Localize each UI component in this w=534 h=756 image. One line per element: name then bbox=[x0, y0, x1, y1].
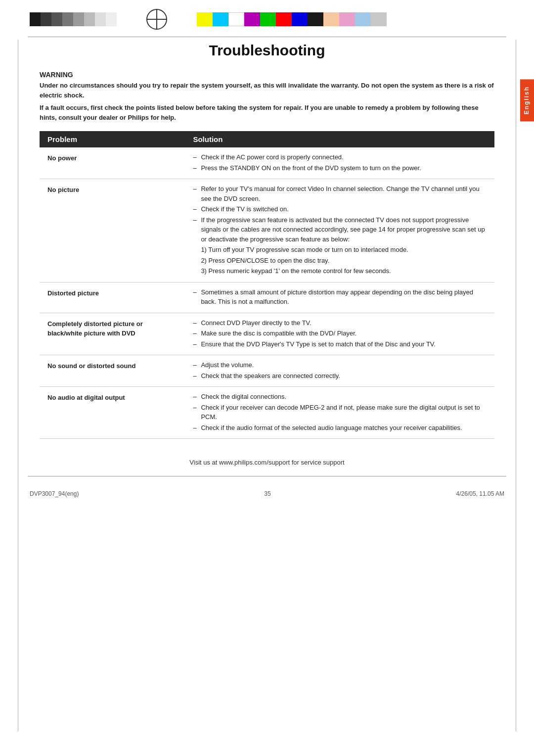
color-green bbox=[260, 12, 276, 26]
color-yellow bbox=[197, 12, 213, 26]
color-blue bbox=[292, 12, 308, 26]
solution-item: Check if the audio format of the selecte… bbox=[193, 423, 487, 433]
left-border-line bbox=[18, 40, 19, 731]
crosshair-target bbox=[146, 9, 167, 30]
color-black bbox=[308, 12, 323, 26]
col-header-problem: Problem bbox=[40, 131, 185, 147]
bw-seg-8 bbox=[106, 12, 117, 26]
solution-cell-3: Connect DVD Player directly to the TV.Ma… bbox=[185, 313, 494, 355]
bw-seg-2 bbox=[41, 12, 51, 26]
solution-item: Press the STANDBY ON on the front of the… bbox=[193, 163, 487, 173]
table-header-row: Problem Solution bbox=[40, 131, 494, 147]
solution-sub-item: 1) Turn off your TV progressive scan mod… bbox=[193, 245, 487, 255]
troubleshoot-table: Problem Solution No powerCheck if the AC… bbox=[40, 131, 494, 439]
solution-item: Connect DVD Player directly to the TV. bbox=[193, 318, 487, 328]
color-cyan bbox=[213, 12, 228, 26]
bottom-separator-line bbox=[28, 476, 506, 476]
crosshair-circle bbox=[146, 9, 167, 30]
solution-item: Check if the AC power cord is properly c… bbox=[193, 152, 487, 162]
color-white bbox=[228, 12, 244, 26]
problem-cell-3: Completely distorted picture or black/wh… bbox=[40, 313, 185, 355]
warning-line2: If a fault occurs, first check the point… bbox=[40, 103, 494, 122]
color-magenta bbox=[244, 12, 260, 26]
solution-cell-2: Sometimes a small amount of picture dist… bbox=[185, 282, 494, 313]
footer-left: DVP3007_94(eng) bbox=[30, 490, 79, 497]
color-strip-right bbox=[197, 12, 387, 26]
footer-visit-text: Visit us at www.philips.com/support for … bbox=[40, 459, 494, 466]
table-row: Distorted pictureSometimes a small amoun… bbox=[40, 282, 494, 313]
solution-item: Adjust the volume. bbox=[193, 360, 487, 370]
problem-cell-0: No power bbox=[40, 147, 185, 179]
bw-seg-4 bbox=[62, 12, 73, 26]
table-row: Completely distorted picture or black/wh… bbox=[40, 313, 494, 355]
footer-page-number: 35 bbox=[264, 490, 270, 497]
solution-sub-item: 3) Press numeric keypad '1' on the remot… bbox=[193, 266, 487, 276]
solution-item: If the progressive scan feature is activ… bbox=[193, 215, 487, 244]
solution-item: Check that the speakers are connected co… bbox=[193, 371, 487, 381]
table-row: No sound or distorted soundAdjust the vo… bbox=[40, 355, 494, 387]
table-row: No powerCheck if the AC power cord is pr… bbox=[40, 147, 494, 179]
main-content: Troubleshooting WARNING Under no circums… bbox=[0, 37, 534, 476]
language-tab: English bbox=[520, 79, 534, 121]
bw-seg-6 bbox=[84, 12, 95, 26]
color-lightblue bbox=[355, 12, 371, 26]
warning-line1: Under no circumstances should you try to… bbox=[40, 81, 494, 100]
solution-cell-0: Check if the AC power cord is properly c… bbox=[185, 147, 494, 179]
color-gray bbox=[371, 12, 387, 26]
color-skin bbox=[323, 12, 339, 26]
solution-cell-4: Adjust the volume.Check that the speaker… bbox=[185, 355, 494, 387]
warning-section: WARNING Under no circumstances should yo… bbox=[40, 71, 494, 122]
solution-item: Check if your receiver can decode MPEG-2… bbox=[193, 403, 487, 422]
solution-item: Ensure that the DVD Player's TV Type is … bbox=[193, 339, 487, 349]
solution-cell-5: Check the digital connections.Check if y… bbox=[185, 387, 494, 439]
solution-item: Refer to your TV's manual for correct Vi… bbox=[193, 184, 487, 203]
problem-cell-5: No audio at digital output bbox=[40, 387, 185, 439]
solution-item: Sometimes a small amount of picture dist… bbox=[193, 287, 487, 307]
col-header-solution: Solution bbox=[185, 131, 494, 147]
color-red bbox=[276, 12, 292, 26]
color-pink bbox=[339, 12, 355, 26]
solution-item: Make sure the disc is compatible with th… bbox=[193, 329, 487, 338]
problem-cell-1: No picture bbox=[40, 179, 185, 283]
warning-title: WARNING bbox=[40, 71, 494, 79]
page-footer: DVP3007_94(eng) 35 4/26/05, 11.05 AM bbox=[0, 486, 534, 501]
solution-sub-item: 2) Press OPEN/CLOSE to open the disc tra… bbox=[193, 256, 487, 266]
bw-seg-5 bbox=[73, 12, 84, 26]
solution-cell-1: Refer to your TV's manual for correct Vi… bbox=[185, 179, 494, 283]
bw-seg-7 bbox=[95, 12, 106, 26]
right-border-line bbox=[515, 40, 516, 731]
bw-seg-3 bbox=[51, 12, 62, 26]
bw-color-strip bbox=[30, 12, 117, 26]
solution-item: Check the digital connections. bbox=[193, 392, 487, 402]
footer-date: 4/26/05, 11.05 AM bbox=[456, 490, 504, 497]
problem-cell-2: Distorted picture bbox=[40, 282, 185, 313]
problem-cell-4: No sound or distorted sound bbox=[40, 355, 185, 387]
table-row: No pictureRefer to your TV's manual for … bbox=[40, 179, 494, 283]
page-title: Troubleshooting bbox=[40, 42, 494, 59]
bw-seg-1 bbox=[30, 12, 41, 26]
solution-item: Check if the TV is switched on. bbox=[193, 204, 487, 214]
top-bar bbox=[0, 0, 534, 35]
table-row: No audio at digital outputCheck the digi… bbox=[40, 387, 494, 439]
